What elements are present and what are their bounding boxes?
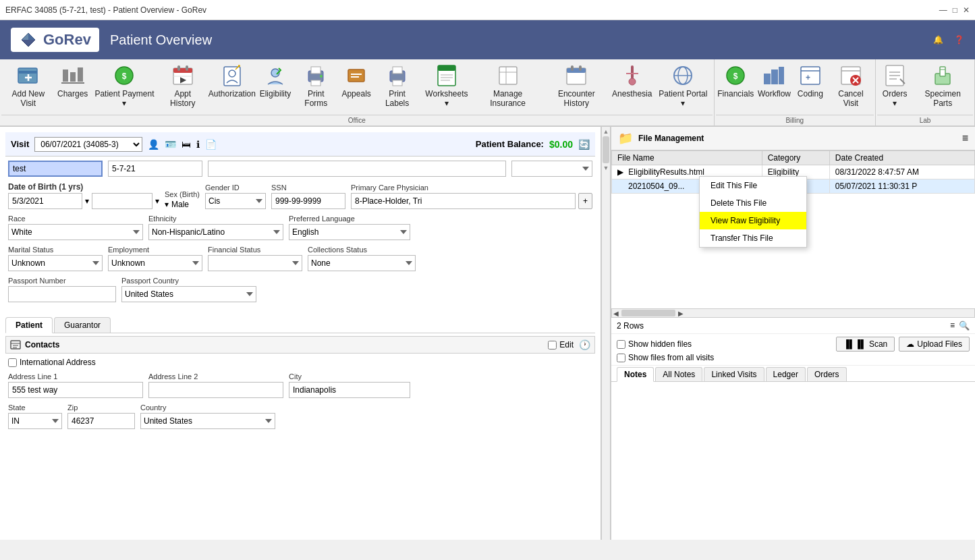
history-icon[interactable]: 🕐 [579, 339, 590, 350]
passport-country-select[interactable]: United States [121, 286, 256, 302]
table-settings-icon[interactable]: ≡ [950, 320, 955, 331]
show-all-visits-checkbox[interactable] [617, 354, 625, 362]
worksheets-button[interactable]: Worksheets ▾ [420, 61, 473, 115]
id-card-icon: 🪪 [165, 139, 176, 150]
edit-checkbox-label[interactable]: Edit [548, 340, 574, 349]
tab-guarantor[interactable]: Guarantor [54, 317, 111, 333]
scroll-thumb[interactable] [621, 310, 675, 316]
tab-linked-visits[interactable]: Linked Visits [704, 367, 764, 381]
scan-button[interactable]: ▐▌▐▌ Scan [836, 337, 895, 352]
extra-input[interactable] [208, 161, 506, 177]
person-icon[interactable]: 🔔 [933, 35, 943, 45]
svg-text:$: $ [733, 72, 738, 81]
tab-ledger[interactable]: Ledger [766, 367, 806, 381]
marital-select[interactable]: Unknown [8, 255, 103, 271]
appt-history-button[interactable]: ▶ Appt History [159, 61, 206, 115]
hamburger-icon[interactable]: ≡ [962, 132, 968, 144]
specimen-parts-button[interactable]: Specimen Parts [912, 61, 973, 115]
financials-label: Financials [717, 89, 754, 99]
print-labels-button[interactable]: Print Labels [374, 61, 420, 115]
addr2-input[interactable] [148, 382, 283, 398]
add-new-visit-button[interactable]: Add New Visit [1, 61, 55, 115]
charges-button[interactable]: Charges [55, 61, 90, 115]
worksheets-icon [423, 63, 470, 88]
context-menu-transfer-file[interactable]: Transfer This File [700, 229, 806, 247]
manage-insurance-button[interactable]: Manage Insurance [473, 61, 543, 115]
vertical-scrollbar[interactable]: ▲ ▼ [601, 127, 611, 540]
financial-group: Financial Status [208, 246, 302, 271]
upload-files-button[interactable]: ☁ Upload Files [899, 337, 970, 352]
visit-selector[interactable]: 06/07/2021 (34085-3) [34, 137, 142, 152]
anesthesia-button[interactable]: Anesthesia [610, 61, 654, 115]
context-menu-delete-file[interactable]: Delete This File [700, 194, 806, 212]
dob-input[interactable] [8, 193, 82, 209]
tab-all-notes[interactable]: All Notes [655, 367, 702, 381]
row-expand-icon[interactable]: ▶ [617, 167, 623, 177]
print-forms-button[interactable]: Print Forms [293, 61, 339, 115]
patient-payment-button[interactable]: $ Patient Payment ▾ [90, 61, 159, 115]
show-hidden-label[interactable]: Show hidden files [617, 339, 692, 349]
patient-portal-button[interactable]: Patient Portal ▾ [654, 61, 712, 115]
upload-icon: ☁ [906, 339, 914, 349]
scroll-left-arrow[interactable]: ◀ [612, 308, 620, 318]
ethnicity-select[interactable]: Non-Hispanic/Latino [148, 224, 283, 240]
employment-select[interactable]: Unknown [108, 255, 202, 271]
cancel-visit-icon [831, 63, 871, 88]
financials-button[interactable]: $ Financials [716, 61, 756, 115]
main-layout: Visit 06/07/2021 (34085-3) 👤 🪪 🛏 ℹ 📄 Pat… [0, 127, 975, 540]
scroll-right-arrow[interactable]: ▶ [677, 308, 685, 318]
show-hidden-checkbox[interactable] [617, 340, 625, 349]
patient-name-input[interactable] [8, 161, 103, 177]
encounter-history-button[interactable]: Encounter History [542, 61, 610, 115]
intl-address-label[interactable]: International Address [8, 358, 96, 367]
gender-id-select[interactable]: Cis [205, 193, 266, 209]
intl-address-checkbox[interactable] [8, 358, 17, 367]
passport-num-input[interactable] [8, 286, 116, 302]
addr1-input[interactable] [8, 382, 143, 398]
pref-lang-group: Preferred Language English [289, 215, 592, 240]
title-bar-controls[interactable]: — □ ✕ [939, 5, 970, 15]
race-select[interactable]: White [8, 224, 143, 240]
minimize-button[interactable]: — [939, 5, 947, 15]
maximize-button[interactable]: □ [953, 5, 957, 15]
tab-patient[interactable]: Patient [5, 317, 53, 333]
pref-lang-select[interactable]: English [289, 224, 410, 240]
help-icon[interactable]: ❓ [954, 35, 964, 45]
country-select[interactable]: United States [140, 413, 275, 429]
financial-select[interactable] [208, 255, 302, 271]
tab-orders[interactable]: Orders [807, 367, 847, 381]
context-menu-edit-file[interactable]: Edit This File [700, 177, 806, 194]
extra-select[interactable] [511, 161, 592, 177]
passport-num-label: Passport Number [8, 277, 116, 285]
encounter-history-label: Encounter History [545, 89, 607, 109]
state-select[interactable]: IN [8, 413, 62, 429]
show-all-visits-label[interactable]: Show files from all visits [617, 353, 714, 362]
pcp-add-button[interactable]: + [578, 193, 592, 209]
collections-select[interactable]: None [308, 255, 416, 271]
ssn-input[interactable] [271, 193, 345, 209]
anesthesia-label: Anesthesia [612, 89, 652, 99]
table-search-icon[interactable]: 🔍 [959, 320, 970, 331]
close-button[interactable]: ✕ [963, 5, 970, 15]
pcp-input[interactable] [351, 193, 576, 209]
cancel-visit-button[interactable]: Cancel Visit [828, 61, 874, 115]
orders-button[interactable]: Orders ▾ [877, 61, 912, 115]
coding-button[interactable]: + Coding [793, 61, 828, 115]
add-new-visit-label: Add New Visit [4, 89, 53, 109]
tab-notes[interactable]: Notes [617, 367, 654, 382]
scan-icon: ▐▌▐▌ [843, 339, 866, 349]
file-rows-count: 2 Rows ≡ 🔍 [611, 318, 975, 334]
workflow-button[interactable]: Workflow [756, 61, 793, 115]
city-input[interactable] [289, 382, 410, 398]
dob-extra-input[interactable] [92, 193, 152, 209]
horizontal-scrollbar[interactable]: ◀ ▶ [611, 308, 975, 318]
authorization-button[interactable]: Authorization [206, 61, 257, 115]
race-label: Race [8, 215, 143, 223]
edit-checkbox[interactable] [548, 341, 557, 349]
eligibility-button[interactable]: Eligibility [258, 61, 294, 115]
context-menu-view-raw-eligibility[interactable]: View Raw Eligibility [700, 212, 806, 229]
dob-display-input[interactable] [108, 161, 202, 177]
zip-input[interactable] [67, 413, 135, 429]
refresh-icon[interactable]: 🔄 [578, 139, 590, 150]
appeals-button[interactable]: Appeals [339, 61, 374, 115]
